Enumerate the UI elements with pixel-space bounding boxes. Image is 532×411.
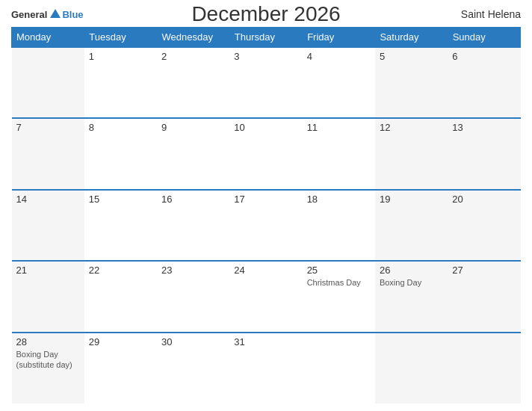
day-number: 22 xyxy=(89,265,152,276)
day-number: 1 xyxy=(89,51,152,62)
week-row-2: 78910111213 xyxy=(12,118,521,189)
col-saturday: Saturday xyxy=(375,28,448,48)
day-cell: 23 xyxy=(157,261,229,332)
day-cell xyxy=(12,47,84,118)
day-cell xyxy=(375,333,448,404)
day-cell: 21 xyxy=(12,261,84,332)
col-friday: Friday xyxy=(303,28,375,48)
day-cell: 24 xyxy=(229,261,302,332)
day-cell xyxy=(303,333,375,404)
day-cell: 27 xyxy=(448,261,520,332)
day-number: 31 xyxy=(234,336,297,347)
day-number: 30 xyxy=(161,336,225,347)
day-cell: 2 xyxy=(157,47,229,118)
day-number: 8 xyxy=(89,122,152,133)
day-cell: 29 xyxy=(84,333,157,404)
day-number: 25 xyxy=(307,265,371,276)
logo-blue-text: Blue xyxy=(62,9,83,20)
week-row-4: 2122232425Christmas Day26Boxing Day27 xyxy=(12,261,521,332)
calendar-table: Monday Tuesday Wednesday Thursday Friday… xyxy=(11,27,521,404)
day-cell: 10 xyxy=(229,118,302,189)
day-number: 19 xyxy=(380,194,443,205)
day-number: 27 xyxy=(452,265,516,276)
holiday-label: Christmas Day xyxy=(307,277,371,288)
logo-icon xyxy=(49,7,62,21)
day-cell: 20 xyxy=(448,190,520,261)
logo-general-text: General xyxy=(11,9,47,20)
day-cell: 1 xyxy=(84,47,157,118)
calendar-region: Saint Helena xyxy=(461,8,521,20)
day-number: 26 xyxy=(380,265,443,276)
day-number: 28 xyxy=(16,336,80,347)
holiday-label: Boxing Day xyxy=(380,277,443,288)
day-cell: 3 xyxy=(229,47,302,118)
day-number: 5 xyxy=(380,51,443,62)
holiday-label: Boxing Day (substitute day) xyxy=(16,349,80,371)
calendar-body: 1234567891011121314151617181920212223242… xyxy=(12,47,521,404)
day-number: 6 xyxy=(452,51,516,62)
day-number: 20 xyxy=(452,194,516,205)
col-thursday: Thursday xyxy=(229,28,302,48)
day-number: 24 xyxy=(234,265,297,276)
day-cell: 19 xyxy=(375,190,448,261)
day-number: 29 xyxy=(89,336,152,347)
day-cell: 6 xyxy=(448,47,520,118)
day-number: 18 xyxy=(307,194,371,205)
day-cell: 12 xyxy=(375,118,448,189)
day-cell: 11 xyxy=(303,118,375,189)
col-monday: Monday xyxy=(12,28,84,48)
calendar-title: December 2026 xyxy=(191,2,340,26)
day-cell: 26Boxing Day xyxy=(375,261,448,332)
svg-marker-0 xyxy=(50,9,61,18)
day-number: 15 xyxy=(89,194,152,205)
day-cell: 28Boxing Day (substitute day) xyxy=(12,333,84,404)
day-cell: 22 xyxy=(84,261,157,332)
day-number: 21 xyxy=(16,265,80,276)
day-number: 4 xyxy=(307,51,371,62)
day-number: 17 xyxy=(234,194,297,205)
day-cell: 16 xyxy=(157,190,229,261)
day-number: 3 xyxy=(234,51,297,62)
day-number: 10 xyxy=(234,122,297,133)
week-row-1: 123456 xyxy=(12,47,521,118)
day-number: 12 xyxy=(380,122,443,133)
day-cell: 25Christmas Day xyxy=(303,261,375,332)
day-cell: 7 xyxy=(12,118,84,189)
day-number: 23 xyxy=(161,265,225,276)
day-cell: 14 xyxy=(12,190,84,261)
day-cell: 4 xyxy=(303,47,375,118)
day-cell: 31 xyxy=(229,333,302,404)
day-number: 16 xyxy=(161,194,225,205)
day-cell: 13 xyxy=(448,118,520,189)
week-row-5: 28Boxing Day (substitute day)293031 xyxy=(12,333,521,404)
col-tuesday: Tuesday xyxy=(84,28,157,48)
day-number: 14 xyxy=(16,194,80,205)
day-cell: 15 xyxy=(84,190,157,261)
column-header-row: Monday Tuesday Wednesday Thursday Friday… xyxy=(12,28,521,48)
day-cell: 5 xyxy=(375,47,448,118)
day-cell: 8 xyxy=(84,118,157,189)
day-cell: 18 xyxy=(303,190,375,261)
day-cell: 9 xyxy=(157,118,229,189)
col-wednesday: Wednesday xyxy=(157,28,229,48)
day-number: 13 xyxy=(452,122,516,133)
day-number: 9 xyxy=(161,122,225,133)
day-number: 11 xyxy=(307,122,371,133)
col-sunday: Sunday xyxy=(448,28,520,48)
calendar-header: General Blue December 2026 Saint Helena xyxy=(11,7,521,21)
day-cell: 17 xyxy=(229,190,302,261)
day-cell: 30 xyxy=(157,333,229,404)
logo: General Blue xyxy=(11,7,84,21)
day-number: 2 xyxy=(161,51,225,62)
day-cell xyxy=(448,333,520,404)
week-row-3: 14151617181920 xyxy=(12,190,521,261)
day-number: 7 xyxy=(16,122,80,133)
calendar-container: General Blue December 2026 Saint Helena … xyxy=(0,0,532,411)
